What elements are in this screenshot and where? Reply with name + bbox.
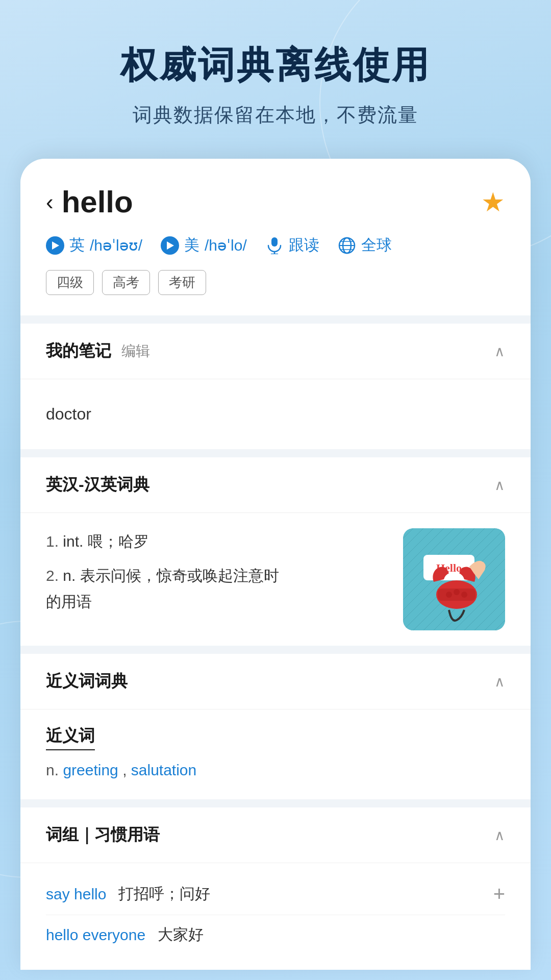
synonym-header: 近义词词典 ∧ [20,654,531,709]
phrases-header: 词组｜习惯用语 ∧ [20,807,531,863]
hello-illustration: Hello [403,528,505,630]
synonym-content: 近义词 n. greeting , salutation [20,709,531,799]
american-label: 美 [184,235,199,256]
american-ipa: /həˈlo/ [205,236,247,254]
definitions-block: 1. int. 喂；哈罗 2. n. 表示问候，惊奇或唤起注意时的用语 [46,528,388,623]
notes-collapse-icon[interactable]: ∧ [494,343,505,360]
british-label: 英 [69,235,85,256]
headword: hello [62,184,133,219]
global-label: 全球 [361,235,392,256]
favorite-star-icon[interactable]: ★ [481,187,505,217]
american-sound-icon [161,236,179,255]
definition-2: 2. n. 表示问候，惊奇或唤起注意时的用语 [46,562,388,615]
phrase-item-1: say hello 打招呼；问好 + [46,873,505,915]
microphone-icon [265,236,284,255]
notes-title-row: 我的笔记 编辑 [46,340,150,362]
phrase-1-zh: 打招呼；问好 [118,884,210,904]
dict-section-header: 英汉-汉英词典 ∧ [20,457,531,513]
header-section: 权威词典离线使用 词典数据保留在本地，不费流量 [0,0,551,159]
british-sound-icon [46,236,64,255]
definition-1: 1. int. 喂；哈罗 [46,528,388,554]
dict-collapse-icon[interactable]: ∧ [494,477,505,494]
synonym-pos: n. [46,762,59,778]
dict-content: 1. int. 喂；哈罗 2. n. 表示问候，惊奇或唤起注意时的用语 [20,513,531,646]
british-pronunciation[interactable]: 英 /həˈləʊ/ [46,235,142,256]
word-left: ‹ hello [46,184,133,219]
british-ipa: /həˈləʊ/ [90,236,142,254]
dictionary-card: ‹ hello ★ 英 /həˈləʊ/ 美 /həˈlo/ [20,159,531,970]
my-notes-section: 我的笔记 编辑 ∧ doctor [20,324,531,449]
phrase-2-zh: 大家好 [158,924,204,945]
synonym-label: 近义词 [46,725,95,750]
svg-point-33 [454,589,460,595]
my-notes-title: 我的笔记 [46,340,111,362]
synonym-title: 近义词词典 [46,670,128,693]
note-entry: doctor [46,395,505,434]
exam-tags-row: 四级 高考 考研 [46,270,505,295]
svg-point-32 [446,592,452,598]
synonym-section: 近义词词典 ∧ 近义词 n. greeting , salutation [20,654,531,799]
synonym-word-1[interactable]: greeting [63,762,118,778]
globe-icon [338,236,356,255]
notes-content: doctor [20,379,531,449]
follow-read-button[interactable]: 跟读 [265,235,319,256]
phrases-content: say hello 打招呼；问好 + hello everyone 大家好 [20,863,531,970]
synonym-word-2[interactable]: salutation [131,762,196,778]
svg-rect-0 [271,237,278,247]
tag-cet4: 四级 [46,270,94,295]
edit-button[interactable]: 编辑 [121,341,150,361]
phrase-1-en[interactable]: say hello [46,886,106,903]
my-notes-header: 我的笔记 编辑 ∧ [20,324,531,379]
phrases-collapse-icon[interactable]: ∧ [494,827,505,844]
svg-point-34 [461,592,467,598]
word-row: ‹ hello ★ [46,184,505,219]
main-title: 权威词典离线使用 [31,41,520,90]
word-header: ‹ hello ★ 英 /həˈləʊ/ 美 /həˈlo/ [20,159,531,315]
phrase-1-text: say hello 打招呼；问好 [46,884,493,904]
phrase-add-button-1[interactable]: + [493,883,505,905]
american-pronunciation[interactable]: 美 /həˈlo/ [161,235,247,256]
sub-title: 词典数据保留在本地，不费流量 [31,102,520,128]
phrase-2-en[interactable]: hello everyone [46,926,145,944]
synonym-collapse-icon[interactable]: ∧ [494,673,505,690]
global-button[interactable]: 全球 [338,235,392,256]
dict-section-title: 英汉-汉英词典 [46,474,149,496]
synonym-words-row: n. greeting , salutation [46,756,505,784]
tag-gaokao: 高考 [102,270,150,295]
pronunciation-row: 英 /həˈləʊ/ 美 /həˈlo/ 跟读 [46,235,505,256]
follow-read-label: 跟读 [289,235,319,256]
back-button[interactable]: ‹ [46,189,54,215]
phrase-item-2: hello everyone 大家好 [46,915,505,954]
english-dictionary-section: 英汉-汉英词典 ∧ 1. int. 喂；哈罗 2. n. 表示问候，惊奇或唤起注… [20,457,531,646]
tag-kaoyan: 考研 [158,270,206,295]
phrases-section: 词组｜习惯用语 ∧ say hello 打招呼；问好 + hello every… [20,807,531,970]
phrases-title: 词组｜习惯用语 [46,824,160,846]
phrase-2-text: hello everyone 大家好 [46,924,505,945]
